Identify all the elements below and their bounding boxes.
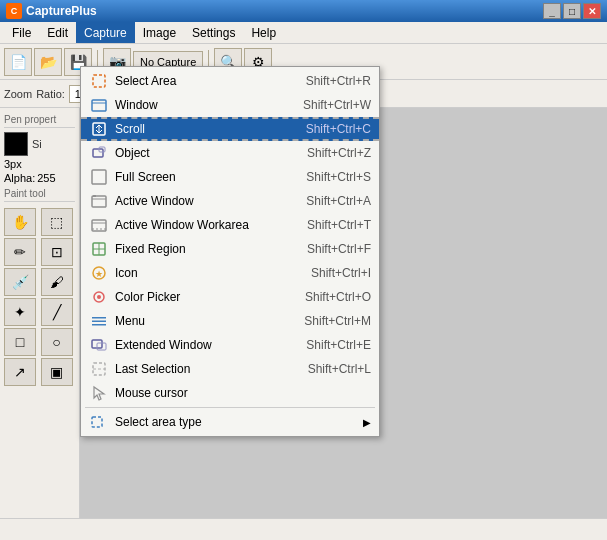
color-picker-label: Color Picker [115,290,285,304]
extended-window-label: Extended Window [115,338,286,352]
active-workarea-icon [89,215,109,235]
minimize-button[interactable]: _ [543,3,561,19]
menu-file[interactable]: File [4,22,39,43]
title-bar: C CapturePlus _ □ ✕ [0,0,607,22]
last-selection-shortcut: Shift+Ctrl+L [308,362,371,376]
fixed-region-icon [89,239,109,259]
select-area-icon [89,71,109,91]
menu-active-window[interactable]: Active Window Shift+Ctrl+A [81,189,379,213]
scroll-label: Scroll [115,122,286,136]
last-selection-label: Last Selection [115,362,288,376]
menu-mouse-cursor[interactable]: Mouse cursor [81,381,379,405]
menu-select-area-type[interactable]: Select area type ▶ [81,410,379,434]
menu-icon[interactable]: ★ Icon Shift+Ctrl+I [81,261,379,285]
object-shortcut: Shift+Ctrl+Z [307,146,371,160]
menu-extended-window[interactable]: Extended Window Shift+Ctrl+E [81,333,379,357]
svg-rect-3 [92,100,106,111]
last-selection-icon [89,359,109,379]
menu-capture[interactable]: Capture [76,22,135,43]
menu-window[interactable]: Window Shift+Ctrl+W [81,93,379,117]
menu-bar: File Edit Capture Image Settings Help [0,22,607,44]
icon-label: Icon [115,266,291,280]
extended-window-icon [89,335,109,355]
color-picker-shortcut: Shift+Ctrl+O [305,290,371,304]
mouse-cursor-label: Mouse cursor [115,386,351,400]
icon-icon: ★ [89,263,109,283]
select-area-shortcut: Shift+Ctrl+R [306,74,371,88]
svg-rect-31 [92,417,102,427]
full-screen-shortcut: Shift+Ctrl+S [306,170,371,184]
menu-settings[interactable]: Settings [184,22,243,43]
menu-select-area[interactable]: Select Area Shift+Ctrl+R [81,69,379,93]
scroll-shortcut: Shift+Ctrl+C [306,122,371,136]
menu-separator [85,407,375,408]
fullscreen-icon [89,167,109,187]
window-controls: _ □ ✕ [543,3,601,19]
svg-rect-24 [92,321,106,323]
select-area-type-label: Select area type [115,415,339,429]
full-screen-label: Full Screen [115,170,286,184]
menu-help[interactable]: Help [243,22,284,43]
submenu-arrow: ▶ [363,417,371,428]
svg-rect-10 [92,196,106,207]
menu-object[interactable]: Object Shift+Ctrl+Z [81,141,379,165]
mouse-cursor-icon [89,383,109,403]
maximize-button[interactable]: □ [563,3,581,19]
svg-point-22 [97,295,101,299]
close-button[interactable]: ✕ [583,3,601,19]
fixed-region-shortcut: Shift+Ctrl+F [307,242,371,256]
menu-fixed-region[interactable]: Fixed Region Shift+Ctrl+F [81,237,379,261]
extended-window-shortcut: Shift+Ctrl+E [306,338,371,352]
svg-rect-13 [92,220,106,231]
active-window-icon [89,191,109,211]
svg-rect-25 [92,324,106,326]
svg-text:C: C [11,6,18,16]
svg-rect-23 [92,317,106,319]
fixed-region-label: Fixed Region [115,242,287,256]
menu-icon-entry [89,311,109,331]
window-label: Window [115,98,283,112]
svg-text:★: ★ [95,269,103,279]
select-area-type-icon [89,412,109,432]
menu-active-window-workarea[interactable]: Active Window Workarea Shift+Ctrl+T [81,213,379,237]
menu-menu[interactable]: Menu Shift+Ctrl+M [81,309,379,333]
svg-marker-30 [94,387,104,400]
menu-scroll[interactable]: Scroll Shift+Ctrl+C [81,117,379,141]
select-area-label: Select Area [115,74,286,88]
menu-image[interactable]: Image [135,22,184,43]
svg-rect-2 [93,75,105,87]
active-workarea-label: Active Window Workarea [115,218,287,232]
active-window-label: Active Window [115,194,286,208]
app-icon: C [6,3,22,19]
app-title: CapturePlus [26,4,543,18]
svg-rect-12 [93,195,96,197]
svg-rect-7 [93,149,103,157]
menu-label: Menu [115,314,284,328]
menu-shortcut: Shift+Ctrl+M [304,314,371,328]
menu-full-screen[interactable]: Full Screen Shift+Ctrl+S [81,165,379,189]
active-workarea-shortcut: Shift+Ctrl+T [307,218,371,232]
object-icon [89,143,109,163]
svg-rect-9 [92,170,106,184]
window-icon [89,95,109,115]
menu-color-picker[interactable]: Color Picker Shift+Ctrl+O [81,285,379,309]
color-picker-icon [89,287,109,307]
menu-edit[interactable]: Edit [39,22,76,43]
menu-last-selection[interactable]: Last Selection Shift+Ctrl+L [81,357,379,381]
object-label: Object [115,146,287,160]
scroll-icon [89,119,109,139]
capture-dropdown: Select Area Shift+Ctrl+R Window Shift+Ct… [80,66,380,437]
active-window-shortcut: Shift+Ctrl+A [306,194,371,208]
window-shortcut: Shift+Ctrl+W [303,98,371,112]
icon-shortcut: Shift+Ctrl+I [311,266,371,280]
